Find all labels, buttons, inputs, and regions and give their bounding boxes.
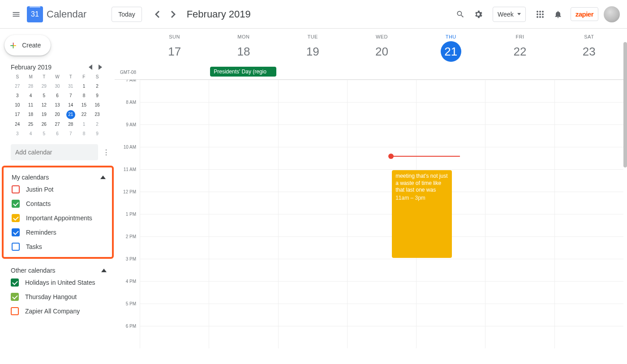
mini-day[interactable]: 10: [11, 103, 24, 107]
mini-day[interactable]: 1: [77, 122, 91, 127]
account-avatar[interactable]: [604, 6, 620, 22]
hour-row[interactable]: 10 AM: [140, 147, 623, 169]
mini-day[interactable]: 9: [90, 93, 104, 98]
calendar-checkbox[interactable]: [12, 243, 20, 251]
hour-row[interactable]: 9 AM: [140, 124, 623, 147]
calendar-checkbox[interactable]: [11, 293, 19, 301]
add-calendar-input[interactable]: [11, 144, 98, 160]
google-apps-button[interactable]: [531, 5, 549, 23]
settings-button[interactable]: [469, 5, 487, 23]
day-number[interactable]: 22: [510, 41, 530, 62]
mini-day[interactable]: 21: [66, 110, 75, 119]
calendar-item[interactable]: Reminders: [12, 228, 106, 236]
hour-row[interactable]: 6 PM: [140, 326, 623, 348]
day-column-header[interactable]: MON18Presidents' Day (regio: [209, 29, 278, 79]
calendar-checkbox[interactable]: [12, 214, 20, 222]
main-menu-button[interactable]: [7, 5, 25, 23]
calendar-item[interactable]: Zapier All Company: [11, 307, 107, 315]
mini-day[interactable]: 6: [51, 131, 64, 136]
mini-day[interactable]: 14: [64, 103, 77, 107]
mini-day[interactable]: 9: [90, 131, 104, 136]
mini-day[interactable]: 2: [90, 122, 104, 127]
mini-day[interactable]: 24: [11, 122, 24, 127]
mini-day[interactable]: 13: [51, 103, 64, 107]
mini-day[interactable]: 28: [24, 84, 38, 89]
scrollbar-thumb[interactable]: [623, 42, 627, 167]
collapse-my-calendars[interactable]: [100, 176, 106, 179]
day-number[interactable]: 18: [233, 41, 254, 62]
calendar-checkbox[interactable]: [12, 200, 20, 208]
mini-day[interactable]: 7: [64, 93, 77, 98]
hour-row[interactable]: 1 PM: [140, 214, 623, 236]
hour-row[interactable]: 12 PM: [140, 192, 623, 214]
calendar-item[interactable]: Important Appointments: [12, 214, 106, 222]
zapier-extension-badge[interactable]: zapier: [571, 7, 598, 21]
calendar-item[interactable]: Tasks: [12, 243, 106, 251]
mini-day[interactable]: 1: [77, 84, 91, 89]
view-select[interactable]: Week: [493, 7, 526, 22]
mini-day[interactable]: 18: [24, 112, 38, 117]
mini-day[interactable]: 4: [24, 131, 38, 136]
mini-day[interactable]: 3: [11, 93, 24, 98]
mini-day[interactable]: 30: [51, 84, 64, 89]
mini-day[interactable]: 26: [37, 122, 51, 127]
notifications-button[interactable]: [549, 5, 567, 23]
mini-day[interactable]: 5: [37, 93, 51, 98]
hour-row[interactable]: 2 PM: [140, 236, 623, 259]
collapse-other-calendars[interactable]: [101, 269, 107, 272]
mini-day[interactable]: 22: [77, 112, 91, 117]
calendar-item[interactable]: Contacts: [12, 200, 106, 208]
mini-day[interactable]: 23: [90, 112, 104, 117]
day-column-header[interactable]: SUN17: [140, 29, 209, 79]
calendar-event[interactable]: meeting that's not just a waste of time …: [392, 170, 452, 258]
day-number[interactable]: 20: [371, 41, 392, 62]
hour-row[interactable]: 8 AM: [140, 102, 623, 124]
mini-day[interactable]: 2: [90, 84, 104, 89]
mini-day[interactable]: 28: [64, 122, 77, 127]
mini-day[interactable]: 16: [90, 103, 104, 107]
allday-event[interactable]: Presidents' Day (regio: [210, 67, 276, 77]
mini-day[interactable]: 4: [24, 93, 38, 98]
hour-row[interactable]: 3 PM: [140, 259, 623, 281]
mini-day[interactable]: 6: [51, 93, 64, 98]
mini-day[interactable]: 8: [77, 131, 91, 136]
mini-day[interactable]: 27: [51, 122, 64, 127]
day-column-header[interactable]: FRI22: [485, 29, 554, 79]
calendar-checkbox[interactable]: [11, 307, 19, 315]
mini-day[interactable]: 12: [37, 103, 51, 107]
calendar-item[interactable]: Justin Pot: [12, 185, 106, 193]
calendar-item[interactable]: Thursday Hangout: [11, 293, 107, 301]
calendar-checkbox[interactable]: [11, 278, 19, 287]
day-number[interactable]: 21: [441, 41, 461, 62]
mini-day[interactable]: 25: [24, 122, 38, 127]
hour-row[interactable]: 11 AM: [140, 169, 623, 192]
add-calendar-options[interactable]: ⋮: [101, 148, 112, 157]
mini-day[interactable]: 8: [77, 93, 91, 98]
mini-day[interactable]: 29: [37, 84, 51, 89]
mini-day[interactable]: 20: [51, 112, 64, 117]
mini-day[interactable]: 31: [64, 84, 77, 89]
app-logo[interactable]: 31 Calendar: [27, 6, 86, 22]
grid-body[interactable]: 7 AM8 AM9 AM10 AM11 AM12 PM1 PM2 PM3 PM4…: [115, 80, 623, 364]
prev-week-button[interactable]: [149, 6, 165, 22]
mini-day[interactable]: 11: [24, 103, 38, 107]
mini-day[interactable]: 19: [37, 112, 51, 117]
create-event-button[interactable]: + Create: [4, 35, 51, 56]
mini-next-month[interactable]: [97, 63, 104, 72]
mini-day[interactable]: 17: [11, 112, 24, 117]
calendar-item[interactable]: Holidays in United States: [11, 278, 107, 287]
mini-day[interactable]: 15: [77, 103, 91, 107]
calendar-checkbox[interactable]: [12, 185, 20, 193]
next-week-button[interactable]: [165, 6, 181, 22]
mini-day[interactable]: 27: [11, 84, 24, 89]
day-column-header[interactable]: SAT23: [554, 29, 623, 79]
today-button[interactable]: Today: [112, 7, 142, 22]
hour-row[interactable]: 7 AM: [140, 80, 623, 102]
day-number[interactable]: 19: [302, 41, 323, 62]
hour-row[interactable]: 4 PM: [140, 281, 623, 304]
scrollbar[interactable]: [623, 29, 627, 364]
calendar-checkbox[interactable]: [12, 228, 20, 236]
search-button[interactable]: [451, 5, 469, 23]
day-column-header[interactable]: WED20: [347, 29, 416, 79]
day-number[interactable]: 23: [579, 41, 599, 62]
